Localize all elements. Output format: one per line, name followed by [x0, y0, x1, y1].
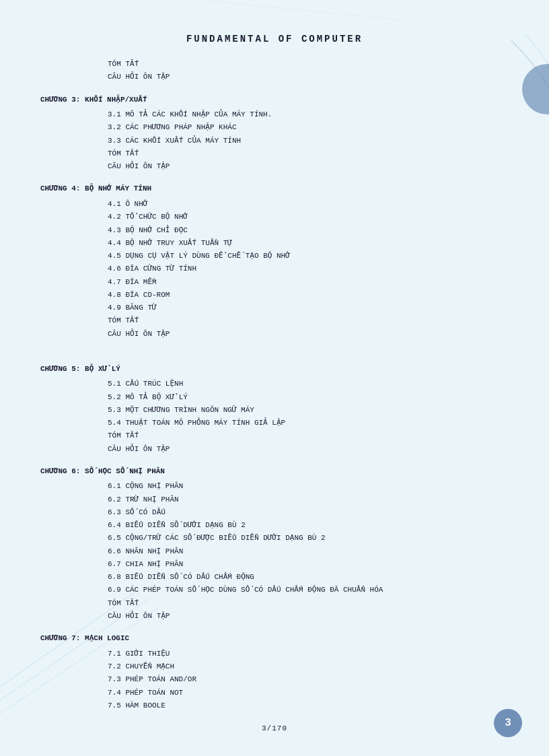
toc-item: 6.1 CỘNG NHỊ PHÂN [108, 480, 509, 493]
page: FUNDAMENTAL OF COMPUTER TÓM TẮT CÂU HỎI … [0, 0, 549, 756]
toc-item: 3.3 CÁC KHỐI XUẤT CỦA MÁY TÍNH [108, 135, 509, 147]
chapter7-items: 7.1 GIỚI THIỆU 7.2 CHUYỂN MẠCH 7.3 PHÉP … [40, 648, 509, 712]
toc-item: 3.2 CÁC PHƯƠNG PHÁP NHẬP KHÁC [108, 121, 509, 134]
toc-item: CÂU HỎI ÔN TẬP [108, 160, 509, 173]
toc-item: CÂU HỎI ÔN TẬP [108, 610, 509, 623]
intro-section: TÓM TẮT CÂU HỎI ÔN TẬP [40, 58, 509, 84]
toc-item: 6.5 CỘNG/TRỪ CÁC SỐ ĐƯỢC BIỂU DIỄN DƯỚI … [108, 532, 509, 545]
chapter5-items: 5.1 CẤU TRÚC LỆNH 5.2 MÔ TẢ BỘ XỬ LÝ 5.3… [40, 378, 509, 456]
page-number: 3 [505, 717, 511, 729]
chapter4-heading: CHƯƠNG 4: BỘ NHỚ MÁY TÍNH [40, 182, 509, 195]
toc-item: 6.9 CÁC PHÉP TOÁN SỐ HỌC DÙNG SỐ CÓ DẤU … [108, 584, 509, 596]
toc-item: TÓM TẮT [108, 314, 509, 327]
toc-item: 4.5 DỤNG CỤ VẬT LÝ DÙNG ĐỂ CHẾ TẠO BỘ NH… [108, 250, 509, 263]
toc-item: CÂU HỎI ÔN TẬP [108, 443, 509, 456]
toc-item: 4.3 BỘ NHỚ CHỈ ĐỌC [108, 224, 509, 237]
toc-item: 4.6 ĐĨA CỨNG TỪ TÍNH [108, 263, 509, 275]
page-footer: 3/170 [0, 724, 549, 732]
toc-item: 4.2 TỔ CHỨC BỘ NHỚ [108, 211, 509, 224]
chapter5-heading: CHƯƠNG 5: BỘ XỬ LÝ [40, 363, 509, 376]
page-number-circle: 3 [494, 709, 522, 737]
toc-item: 6.8 BIỂU DIỄN SỐ CÓ DẤU CHẤM ĐỘNG [108, 571, 509, 584]
toc-content: TÓM TẮT CÂU HỎI ÔN TẬP CHƯƠNG 3: KHỐI NH… [40, 58, 509, 712]
chapter4-items: 4.1 Ô NHỚ 4.2 TỔ CHỨC BỘ NHỚ 4.3 BỘ NHỚ … [40, 198, 509, 341]
toc-item: 6.7 CHIA NHỊ PHÂN [108, 558, 509, 571]
toc-item: 7.3 PHÉP TOÁN AND/OR [108, 673, 509, 686]
toc-item: 4.7 ĐĨA MỀM [108, 276, 509, 289]
toc-item: CÂU HỎI ÔN TẬP [108, 328, 509, 341]
toc-item: 7.2 CHUYỂN MẠCH [108, 660, 509, 673]
toc-item: TÓM TẮT [108, 147, 509, 160]
toc-item: 6.4 BIỂU DIỄN SỐ DƯỚI DẠNG BÙ 2 [108, 519, 509, 532]
toc-item: 4.9 BĂNG TỪ [108, 302, 509, 314]
toc-item: 7.4 PHÉP TOÁN NOT [108, 687, 509, 699]
toc-item: 3.1 MÔ TẢ CÁC KHỐI NHẬP CỦA MÁY TÍNH. [108, 108, 509, 121]
toc-item: 5.4 THUẬT TOÁN MÔ PHỎNG MÁY TÍNH GIẢ LẬP [108, 417, 509, 429]
page-number-text: 3/170 [262, 724, 287, 732]
toc-item: 5.1 CẤU TRÚC LỆNH [108, 378, 509, 390]
chapter6-items: 6.1 CỘNG NHỊ PHÂN 6.2 TRỪ NHỊ PHÂN 6.3 S… [40, 480, 509, 623]
chapter3-heading: CHƯƠNG 3: KHỐI NHẬP/XUẤT [40, 94, 509, 106]
toc-item: TÓM TẮT [108, 429, 509, 442]
chapter7-heading: CHƯƠNG 7: MẠCH LOGIC [40, 632, 509, 645]
toc-item: CÂU HỎI ÔN TẬP [108, 71, 509, 83]
right-decoration [522, 64, 549, 114]
toc-item: 4.8 ĐĨA CD-ROM [108, 289, 509, 302]
chapter3-items: 3.1 MÔ TẢ CÁC KHỐI NHẬP CỦA MÁY TÍNH. 3.… [40, 108, 509, 173]
chapter6-heading: CHƯƠNG 6: SỐ HỌC SỐ NHỊ PHÂN [40, 465, 509, 478]
toc-item: 7.1 GIỚI THIỆU [108, 648, 509, 660]
toc-item: 6.2 TRỪ NHỊ PHÂN [108, 493, 509, 506]
toc-item: 4.4 BỘ NHỚ TRUY XUẤT TUẦN TỰ [108, 237, 509, 250]
toc-item: 6.6 NHÂN NHỊ PHÂN [108, 545, 509, 558]
svg-line-3 [202, 0, 404, 20]
toc-item: 5.2 MÔ TẢ BỘ XỬ LÝ [108, 391, 509, 404]
toc-item: TÓM TẮT [108, 58, 509, 71]
page-title: FUNDAMENTAL OF COMPUTER [40, 34, 509, 44]
toc-item: 4.1 Ô NHỚ [108, 198, 509, 211]
toc-item: 6.3 SỐ CÓ DẤU [108, 506, 509, 519]
toc-item: 7.5 HÀM BOOLE [108, 699, 509, 712]
toc-item: 5.3 MỘT CHƯƠNG TRÌNH NGÔN NGỮ MÁY [108, 404, 509, 417]
toc-item: TÓM TẮT [108, 597, 509, 610]
